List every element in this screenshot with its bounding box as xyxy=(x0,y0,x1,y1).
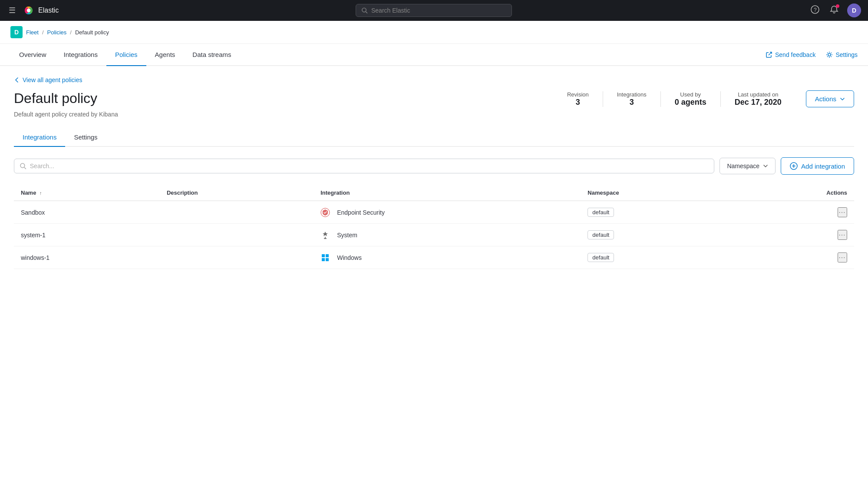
notification-dot xyxy=(836,4,839,8)
tab-policies[interactable]: Policies xyxy=(106,44,146,66)
integration-label: Windows xyxy=(337,254,362,261)
sub-tab-nav: Integrations Settings xyxy=(14,128,854,147)
table-search-icon xyxy=(20,163,26,169)
table-header-row: Name ↑ Description Integration Namespace… xyxy=(14,185,854,201)
main-content: View all agent policies Default policy R… xyxy=(0,66,868,279)
actions-dropdown-button[interactable]: Actions xyxy=(806,90,854,107)
cell-description xyxy=(160,224,314,246)
policy-title: Default policy xyxy=(14,90,567,106)
stat-integrations: Integrations 3 xyxy=(603,91,661,107)
integration-icon xyxy=(320,230,330,240)
cell-description xyxy=(160,201,314,224)
help-icon-button[interactable]: ? xyxy=(809,3,821,18)
svg-line-13 xyxy=(24,167,26,169)
help-icon: ? xyxy=(811,5,819,14)
col-actions: Actions xyxy=(736,185,854,201)
col-description: Description xyxy=(160,185,314,201)
stat-used-by: Used by 0 agents xyxy=(661,91,721,107)
breadcrumb-sep-2: / xyxy=(70,29,72,36)
svg-rect-20 xyxy=(322,254,325,257)
top-nav-icons: ? D xyxy=(809,3,861,18)
namespace-chevron-icon xyxy=(763,163,768,169)
row-actions-button[interactable]: ⋯ xyxy=(838,230,847,240)
back-to-policies-link[interactable]: View all agent policies xyxy=(14,76,854,83)
sub-tab-integrations[interactable]: Integrations xyxy=(14,128,65,147)
cell-namespace: default xyxy=(581,224,736,246)
cell-name: system-1 xyxy=(14,224,160,246)
elastic-logo-icon xyxy=(23,4,35,17)
tab-integrations[interactable]: Integrations xyxy=(55,44,106,66)
svg-rect-21 xyxy=(326,254,329,257)
svg-line-7 xyxy=(366,12,367,13)
cell-name: windows-1 xyxy=(14,246,160,269)
breadcrumb-current: Default policy xyxy=(75,29,109,36)
tab-overview[interactable]: Overview xyxy=(10,44,55,66)
main-tabs: Overview Integrations Policies Agents Da… xyxy=(10,44,766,65)
svg-line-10 xyxy=(769,52,772,55)
svg-text:?: ? xyxy=(814,7,817,13)
stat-revision: Revision 3 xyxy=(567,91,603,107)
cell-actions: ⋯ xyxy=(736,246,854,269)
global-search-bar xyxy=(64,4,804,17)
user-avatar[interactable]: D xyxy=(847,3,861,17)
external-link-icon xyxy=(766,51,772,58)
integrations-table: Name ↑ Description Integration Namespace… xyxy=(14,185,854,269)
table-row: Sandbox Endpoint Security default ⋯ xyxy=(14,201,854,224)
chevron-down-icon xyxy=(840,96,845,102)
namespace-badge: default xyxy=(587,208,614,217)
cell-actions: ⋯ xyxy=(736,224,854,246)
svg-point-5 xyxy=(27,9,30,12)
cell-description xyxy=(160,246,314,269)
gear-icon xyxy=(826,51,833,58)
top-navigation: ☰ Elastic ? xyxy=(0,0,868,21)
hamburger-menu-button[interactable]: ☰ xyxy=(7,4,17,17)
cell-integration: Endpoint Security xyxy=(314,201,581,224)
svg-point-12 xyxy=(20,163,25,168)
namespace-filter-button[interactable]: Namespace xyxy=(719,158,776,174)
settings-link[interactable]: Settings xyxy=(826,51,858,58)
cell-integration: System xyxy=(314,224,581,246)
stat-last-updated: Last updated on Dec 17, 2020 xyxy=(721,91,792,107)
col-integration: Integration xyxy=(314,185,581,201)
search-icon xyxy=(361,7,368,14)
sub-tab-settings[interactable]: Settings xyxy=(65,128,106,147)
integration-label: System xyxy=(337,232,357,239)
add-integration-button[interactable]: Add integration xyxy=(781,157,854,175)
sort-icon: ↑ xyxy=(40,190,42,196)
integration-icon xyxy=(320,253,330,262)
row-actions-button[interactable]: ⋯ xyxy=(838,207,847,217)
namespace-badge: default xyxy=(587,253,614,262)
breadcrumb-policies[interactable]: Policies xyxy=(47,29,67,36)
policy-badge: D xyxy=(10,26,23,38)
integration-icon xyxy=(320,208,330,217)
table-search-input[interactable] xyxy=(30,163,709,169)
notifications-icon-button[interactable] xyxy=(828,3,840,18)
svg-point-6 xyxy=(362,8,366,12)
system-icon xyxy=(320,230,330,240)
table-search-wrapper[interactable] xyxy=(14,159,714,173)
search-filter-row: Namespace Add integration xyxy=(14,157,854,175)
svg-point-11 xyxy=(828,53,831,56)
tab-data-streams[interactable]: Data streams xyxy=(184,44,240,66)
tab-nav-actions: Send feedback Settings xyxy=(766,51,858,58)
elastic-app-name: Elastic xyxy=(38,7,59,14)
row-actions-button[interactable]: ⋯ xyxy=(838,252,847,262)
svg-rect-23 xyxy=(326,258,329,261)
table-row: system-1 System default ⋯ xyxy=(14,224,854,246)
chevron-left-icon xyxy=(14,77,20,83)
breadcrumb-row: D Fleet / Policies / Default policy xyxy=(0,21,868,44)
col-namespace: Namespace xyxy=(581,185,736,201)
elastic-logo: Elastic xyxy=(23,4,59,17)
search-input[interactable] xyxy=(371,7,506,14)
breadcrumb-sep-1: / xyxy=(42,29,44,36)
cell-integration: Windows xyxy=(314,246,581,269)
send-feedback-link[interactable]: Send feedback xyxy=(766,51,815,58)
plus-circle-icon xyxy=(790,162,798,170)
table-row: windows-1 Windows default ⋯ xyxy=(14,246,854,269)
breadcrumb-fleet[interactable]: Fleet xyxy=(26,29,39,36)
cell-actions: ⋯ xyxy=(736,201,854,224)
tab-agents[interactable]: Agents xyxy=(146,44,184,66)
namespace-badge: default xyxy=(587,230,614,239)
search-input-wrapper[interactable] xyxy=(356,4,512,17)
col-name: Name ↑ xyxy=(14,185,160,201)
